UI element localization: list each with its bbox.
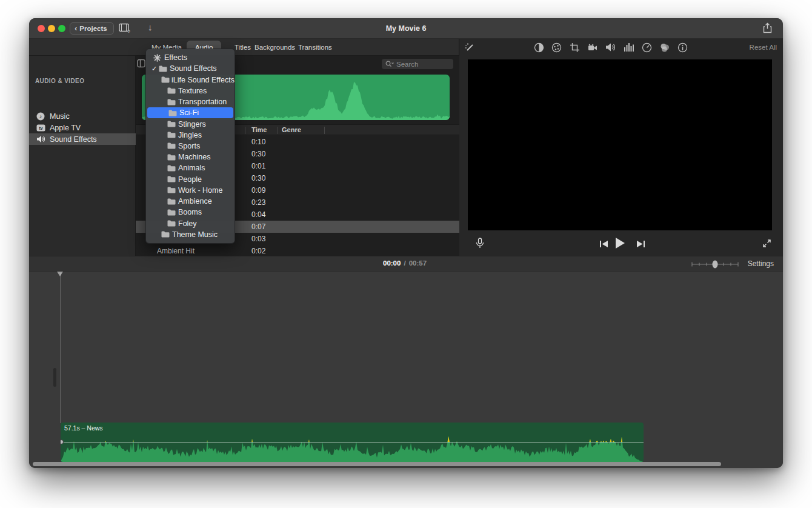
cell-time: 0:01 xyxy=(251,162,265,170)
sidebar-item-sound-effects[interactable]: Sound Effects xyxy=(29,133,136,145)
reset-all-button[interactable]: Reset All xyxy=(750,44,777,51)
sidebar-item-apple-tv[interactable]: tvApple TV xyxy=(29,122,136,133)
menu-item-textures[interactable]: Textures xyxy=(146,85,235,96)
menu-item-booms[interactable]: Booms xyxy=(146,207,235,218)
menu-item-ilife-sound-effects[interactable]: iLife Sound Effects xyxy=(146,74,235,85)
sidebar-header: AUDIO & VIDEO xyxy=(35,78,84,84)
crop-icon[interactable] xyxy=(570,42,581,53)
folder-icon xyxy=(167,87,178,94)
search-input[interactable]: Search xyxy=(382,59,453,69)
folder-icon xyxy=(167,176,178,182)
sidebar-item-music[interactable]: ♪Music xyxy=(29,110,136,122)
folder-icon xyxy=(167,142,178,149)
menu-item-animals[interactable]: Animals xyxy=(146,162,235,173)
cell-time: 0:02 xyxy=(251,247,265,255)
folder-icon xyxy=(167,165,178,172)
menu-item-effects[interactable]: Effects xyxy=(146,52,235,63)
menu-item-theme-music[interactable]: Theme Music xyxy=(146,229,235,240)
check-icon: ✓ xyxy=(151,65,159,73)
search-icon xyxy=(385,59,394,70)
imovie-window: ‹ Projects ♪ ↓ My Movie 6 My Media Audio… xyxy=(29,18,783,468)
cell-time: 0:07 xyxy=(251,222,265,231)
folder-icon xyxy=(167,121,178,127)
filters-icon[interactable] xyxy=(659,42,670,53)
tab-transitions[interactable]: Transitions xyxy=(298,39,332,56)
timeline-area: 57.1s – News xyxy=(29,272,783,468)
video-preview xyxy=(468,59,772,230)
folder-icon xyxy=(161,76,171,83)
speaker-icon xyxy=(36,135,50,143)
timeline-zoom-slider[interactable] xyxy=(691,260,739,271)
timeline-settings-button[interactable]: Settings xyxy=(748,259,774,268)
menu-item-machines[interactable]: Machines xyxy=(146,152,235,162)
search-placeholder: Search xyxy=(396,61,418,68)
speed-icon[interactable] xyxy=(642,42,653,53)
svg-text:♪: ♪ xyxy=(39,113,42,119)
enhance-wand-icon[interactable] xyxy=(464,42,475,53)
browser-tab-strip: My Media Audio Titles Backgrounds Transi… xyxy=(29,39,459,56)
folder-icon xyxy=(167,209,178,216)
title-bar: ‹ Projects ♪ ↓ My Movie 6 xyxy=(29,18,783,39)
cell-time: 0:04 xyxy=(251,210,265,219)
column-header-time[interactable]: Time xyxy=(251,126,267,133)
cell-time: 0:23 xyxy=(251,198,265,207)
audio-video-sidebar: AUDIO & VIDEO ♪MusictvApple TVSound Effe… xyxy=(29,56,136,256)
menu-item-ambience[interactable]: Ambience xyxy=(146,196,235,207)
folder-icon xyxy=(159,65,170,72)
timeline-vertical-scrollbar[interactable] xyxy=(53,368,56,387)
audio-eq-icon[interactable] xyxy=(624,42,634,53)
effects-menu: Effects✓Sound EffectsiLife Sound Effects… xyxy=(145,48,235,244)
menu-item-stingers[interactable]: Stingers xyxy=(146,118,235,129)
column-divider[interactable] xyxy=(278,127,278,134)
cell-time: 0:30 xyxy=(251,150,265,158)
current-time: 00:00 xyxy=(383,259,401,267)
folder-icon xyxy=(167,132,178,138)
cell-time: 0:30 xyxy=(251,174,265,182)
color-balance-icon[interactable] xyxy=(534,42,545,53)
cell-name: Ambient Hit xyxy=(157,247,195,255)
playhead-line xyxy=(60,273,61,423)
record-voiceover-mic-icon[interactable] xyxy=(476,238,484,252)
timecode: 00:00 / 00:57 xyxy=(383,259,427,267)
column-divider[interactable] xyxy=(324,127,325,134)
sidebar-toggle-icon[interactable] xyxy=(137,59,145,70)
media-row-ambient-hit[interactable]: Ambient Hit0:02 xyxy=(136,245,459,256)
menu-item-sports[interactable]: Sports xyxy=(146,141,235,152)
skip-forward-icon[interactable] xyxy=(636,239,645,250)
menu-item-jingles[interactable]: Jingles xyxy=(146,130,235,141)
clip-label: 57.1s – News xyxy=(64,424,103,432)
folder-icon xyxy=(167,220,178,227)
tab-titles[interactable]: Titles xyxy=(235,39,251,56)
color-correction-icon[interactable] xyxy=(551,42,562,53)
menu-item-people[interactable]: People xyxy=(146,174,235,185)
skip-back-icon[interactable] xyxy=(599,239,608,250)
cell-time: 0:09 xyxy=(251,186,265,195)
viewer-panel: Reset All xyxy=(459,39,783,256)
timeline-toolbar: 00:00 / 00:57 Settings xyxy=(29,256,783,272)
folder-icon xyxy=(167,154,178,161)
column-header-genre[interactable]: Genre xyxy=(282,126,301,133)
sparkle-icon xyxy=(153,54,164,62)
folder-icon xyxy=(168,110,179,116)
cell-time: 0:03 xyxy=(251,235,265,243)
timeline-horizontal-scrollbar[interactable] xyxy=(33,462,721,466)
tab-backgrounds[interactable]: Backgrounds xyxy=(255,39,295,56)
info-icon[interactable] xyxy=(677,42,688,53)
menu-item-sound-effects[interactable]: ✓Sound Effects xyxy=(146,63,235,74)
window-title: My Movie 6 xyxy=(29,18,783,39)
menu-item-sci-fi[interactable]: Sci-Fi xyxy=(147,107,233,118)
volume-icon[interactable] xyxy=(605,42,616,53)
stabilization-icon[interactable] xyxy=(587,42,598,53)
menu-item-foley[interactable]: Foley xyxy=(146,218,235,229)
cell-time: 0:10 xyxy=(251,138,265,146)
menu-item-work-home[interactable]: Work - Home xyxy=(146,185,235,196)
share-icon[interactable] xyxy=(763,22,772,36)
clip-volume-line[interactable] xyxy=(61,442,644,443)
folder-icon xyxy=(167,99,178,105)
folder-icon xyxy=(167,198,178,205)
play-icon[interactable] xyxy=(614,237,625,252)
fullscreen-expand-icon[interactable] xyxy=(762,239,771,250)
menu-item-transportation[interactable]: Transportation xyxy=(146,96,235,107)
audio-clip[interactable]: 57.1s – News xyxy=(61,423,644,462)
column-divider[interactable] xyxy=(245,127,245,134)
